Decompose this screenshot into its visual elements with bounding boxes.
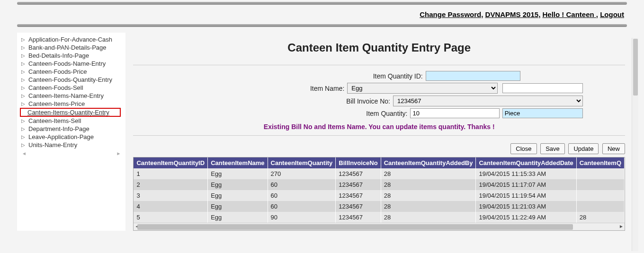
column-header[interactable]: CanteenItemQuantityID (134, 157, 207, 168)
divider2 (133, 135, 625, 136)
tree-expand-icon: ▷ (21, 61, 26, 66)
column-header[interactable]: BillInvoiceNo (336, 157, 381, 168)
sidebar-item-label: Department-Info-Page (28, 125, 89, 132)
table-cell: Egg (208, 168, 268, 179)
sidebar-item-label: Canteen-Items-Name-Entry (28, 92, 104, 99)
sidebar-item-label: Canteen-Foods-Sell (28, 84, 83, 91)
table-cell (576, 201, 624, 212)
sidebar-item-canteen-foods-name-entry[interactable]: ▷Canteen-Foods-Name-Entry (21, 60, 121, 68)
sidebar-item-canteen-foods-price[interactable]: ▷Canteen-Foods-Price (21, 68, 121, 76)
table-row[interactable]: 4Egg6012345672819/04/2015 11:21:03 AM (134, 201, 624, 212)
sidebar-item-bank-and-pan-details-page[interactable]: ▷Bank-and-PAN-Details-Page (21, 44, 121, 52)
sidebar-item-department-info-page[interactable]: ▷Department-Info-Page (21, 125, 121, 133)
table-cell: 4 (134, 201, 207, 212)
table-row[interactable]: 5Egg9012345672819/04/2015 11:22:49 AM28 (134, 212, 624, 223)
scroll-left-icon[interactable]: ◄ (22, 151, 27, 156)
item-unit-input[interactable] (502, 108, 583, 118)
sidebar-item-label: Units-Name-Entry (28, 141, 77, 148)
sidebar-item-canteen-foods-quantity-entry[interactable]: ▷Canteen-Foods-Quantity-Entry (21, 76, 121, 84)
page-vertical-scrollbar[interactable] (632, 38, 638, 251)
item-name-label: Item Name: (176, 85, 348, 92)
second-separator (17, 24, 627, 27)
table-cell: 5 (134, 212, 207, 223)
sidebar-item-canteen-foods-sell[interactable]: ▷Canteen-Foods-Sell (21, 84, 121, 92)
bill-invoice-select[interactable]: 1234567 (393, 96, 583, 106)
sidebar-item-label: Canteen-Foods-Price (28, 68, 87, 75)
sidebar-item-canteen-items-sell[interactable]: ▷Canteen-Items-Sell (21, 117, 121, 125)
sidebar-item-application-for-advance-cash[interactable]: ▷Application-For-Advance-Cash (21, 35, 121, 44)
table-cell: 270 (268, 168, 336, 179)
sidebar-scroll[interactable]: ◄ ► (21, 149, 121, 156)
change-password-link[interactable]: Change Password, (420, 10, 483, 18)
item-quantity-input[interactable] (410, 108, 499, 118)
table-cell: 19/04/2015 11:22:49 AM (476, 212, 576, 223)
item-quantity-label: Item Quantity: (176, 110, 411, 117)
sidebar-item-canteen-items-name-entry[interactable]: ▷Canteen-Items-Name-Entry (21, 92, 121, 100)
new-button[interactable]: New (602, 143, 625, 154)
tree-expand-icon: ▷ (21, 85, 26, 90)
logout-link[interactable]: Logout (600, 10, 624, 18)
table-row[interactable]: 2Egg6012345672819/04/2015 11:17:07 AM (134, 179, 624, 190)
table-cell: 19/04/2015 11:19:54 AM (476, 190, 576, 201)
button-bar: Close Save Update New (133, 140, 625, 157)
tree-expand-icon: ▷ (21, 93, 26, 98)
tree-expand-icon: ▷ (21, 101, 26, 106)
table-cell: 90 (268, 212, 336, 223)
app-name-link[interactable]: DVNAPMS 2015, (485, 10, 541, 18)
column-header[interactable]: CanteenItemName (208, 157, 268, 168)
tree-expand-icon: ▷ (21, 134, 26, 140)
sidebar-item-label: Canteen-Foods-Name-Entry (28, 60, 106, 67)
table-row[interactable]: 1Egg27012345672819/04/2015 11:15:33 AM (134, 168, 624, 179)
save-button[interactable]: Save (540, 143, 565, 154)
table-cell: Egg (208, 201, 268, 212)
table-cell: 1 (134, 168, 207, 179)
scroll-right-arrow-icon[interactable]: ► (619, 224, 624, 229)
table-cell: 1234567 (336, 201, 381, 212)
table-cell: 1234567 (336, 190, 381, 201)
table-row[interactable]: 3Egg6012345672819/04/2015 11:19:54 AM (134, 190, 624, 201)
table-cell: 19/04/2015 11:15:33 AM (476, 168, 576, 179)
column-header[interactable]: CanteenItemQuantityAddedDate (476, 157, 576, 168)
page-title: Canteen Item Quantity Entry Page (133, 41, 625, 54)
table-cell: 28 (576, 212, 624, 223)
table-cell: Egg (208, 212, 268, 223)
tree-expand-icon: ▷ (21, 118, 26, 123)
table-cell: 28 (381, 168, 476, 179)
tree-expand-icon: ▷ (21, 142, 26, 148)
update-button[interactable]: Update (568, 143, 599, 154)
sidebar-item-leave-application-page[interactable]: ▷Leave-Application-Page (21, 133, 121, 141)
sidebar-item-canteen-items-quantity-entry[interactable]: Canteen-Items-Quantity-Entry (20, 108, 121, 117)
scroll-right-icon[interactable]: ► (116, 151, 121, 156)
page-scroll-thumb[interactable] (633, 39, 638, 96)
table-cell: 60 (268, 201, 336, 212)
table-cell: Egg (208, 190, 268, 201)
column-header[interactable]: CanteenItemQuantityAddedBy (381, 157, 476, 168)
item-name-extra-input[interactable] (502, 83, 583, 93)
status-message: Existing Bill No and Items Name. You can… (176, 119, 583, 135)
sidebar-item-canteen-items-price[interactable]: ▷Canteen-Items-Price (21, 100, 121, 108)
close-button[interactable]: Close (510, 143, 537, 154)
table-cell: 28 (381, 179, 476, 190)
table-cell: 2 (134, 179, 207, 190)
column-header[interactable]: CanteenItemQuantity (268, 157, 336, 168)
top-separator (17, 2, 627, 5)
hello-user-link[interactable]: Hello ! Canteen , (542, 10, 598, 18)
tree-expand-icon: ▷ (21, 69, 26, 74)
item-quantity-id-input[interactable] (426, 71, 520, 81)
grid-horizontal-scrollbar[interactable]: ◄ ► (134, 223, 625, 230)
sidebar-item-label: Canteen-Items-Price (28, 100, 85, 107)
table-cell: 19/04/2015 11:21:03 AM (476, 201, 576, 212)
table-cell: Egg (208, 179, 268, 190)
divider (133, 65, 625, 65)
table-cell: 1234567 (336, 168, 381, 179)
item-name-select[interactable]: Egg (347, 83, 497, 94)
table-cell (576, 190, 624, 201)
sidebar-item-label: Bed-Details-Info-Page (28, 52, 89, 59)
table-cell: 60 (268, 179, 336, 190)
scroll-thumb[interactable] (137, 224, 573, 230)
column-header[interactable]: CanteenItemQ (576, 157, 624, 168)
tree-expand-icon: ▷ (21, 53, 26, 58)
sidebar-item-units-name-entry[interactable]: ▷Units-Name-Entry (21, 141, 121, 149)
tree-expand-icon: ▷ (21, 37, 26, 42)
sidebar-item-bed-details-info-page[interactable]: ▷Bed-Details-Info-Page (21, 52, 121, 60)
